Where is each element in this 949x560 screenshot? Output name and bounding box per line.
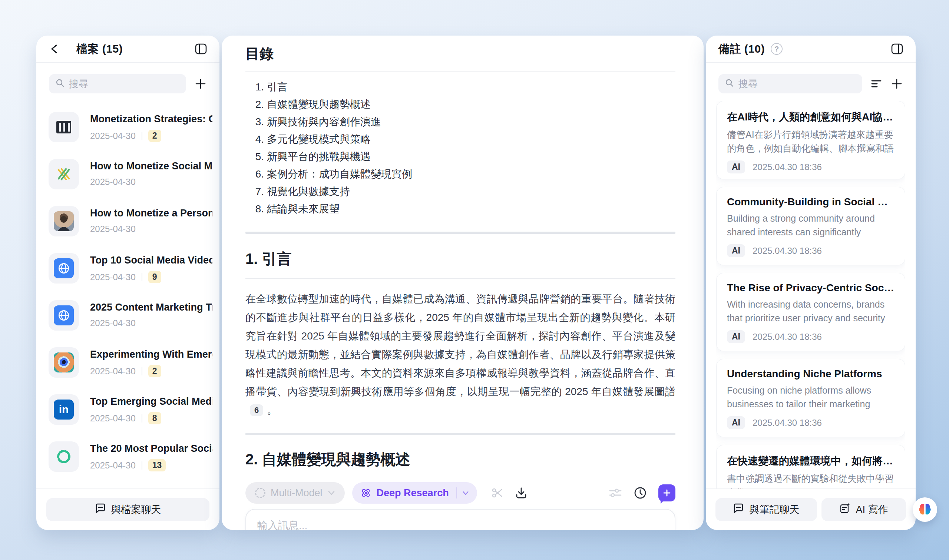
notes-search-row: [718, 74, 903, 93]
notes-search-box[interactable]: [718, 74, 862, 93]
note-count-badge: 8: [148, 412, 161, 425]
ai-badge: AI: [727, 160, 745, 174]
history-clock-icon[interactable]: [633, 486, 647, 500]
chat-with-notes-button[interactable]: 與筆記聊天: [715, 498, 817, 521]
note-title: Understanding Niche Platforms: [727, 368, 895, 380]
note-count-badge: 13: [148, 459, 166, 471]
help-icon[interactable]: ?: [771, 43, 783, 55]
document-panel: 目錄 引言 自媒體變現與趨勢概述 新興技術與內容創作演進 多元化變現模式與策略 …: [221, 35, 704, 530]
ai-brain-fab[interactable]: [913, 497, 937, 522]
collapse-sidebar-icon[interactable]: [891, 43, 903, 54]
ai-badge: AI: [727, 416, 745, 429]
note-card[interactable]: Community-Building in Social Media Build…: [716, 187, 905, 265]
atom-icon: [360, 488, 371, 498]
ring-icon: [49, 442, 79, 472]
section-divider: [245, 232, 675, 234]
file-title: Top Emerging Social Media ...: [90, 396, 212, 407]
file-date: 2025-04-30: [90, 318, 136, 328]
file-list: Monetization Strategies: G... 2025-04-30…: [49, 112, 213, 488]
file-item[interactable]: in Top Emerging Social Media ... 2025-04…: [49, 394, 213, 442]
back-arrow-icon[interactable]: [49, 43, 61, 55]
note-card[interactable]: The Rise of Privacy-Centric Social ... W…: [716, 273, 905, 351]
chat-bubble-icon: [95, 503, 106, 517]
x-logo-icon: [49, 159, 79, 189]
divider: [36, 488, 220, 489]
ai-badge: AI: [727, 330, 745, 343]
files-search-box[interactable]: [49, 74, 186, 93]
files-search-input[interactable]: [69, 78, 179, 90]
toc-item: 自媒體變現與趨勢概述: [267, 95, 675, 113]
note-timestamp: 2025.04.30 18:36: [752, 332, 822, 342]
note-count-badge: 9: [148, 271, 161, 283]
file-date: 2025-04-30: [90, 413, 136, 424]
files-search-row: [49, 74, 207, 93]
notes-search-input[interactable]: [738, 78, 855, 90]
toc-item: 案例分析：成功自媒體變現實例: [267, 165, 675, 183]
note-body: Focusing on niche platforms allows busin…: [727, 384, 895, 411]
message-placeholder: 輸入訊息...: [257, 518, 307, 530]
chevron-down-icon: [328, 490, 335, 495]
note-count-badge: 2: [148, 365, 161, 377]
divider: [142, 273, 142, 281]
eye-photo-icon: [49, 347, 79, 378]
file-item[interactable]: Experimenting With Emergi... 2025-04-30 …: [49, 347, 213, 394]
scissors-icon[interactable]: [491, 487, 504, 499]
divider: [142, 462, 142, 469]
note-card[interactable]: 在快速變遷的媒體環境中，如何將實... 書中強調透過不斷的實驗和從失敗中學習來掌…: [716, 445, 905, 488]
files-panel-title: 檔案 (15): [76, 42, 123, 57]
message-input[interactable]: 輸入訊息...: [245, 509, 675, 530]
ai-badge: AI: [727, 244, 745, 257]
file-item[interactable]: The 20 Most Popular Social ... 2025-04-3…: [49, 442, 213, 488]
sliders-icon[interactable]: [609, 487, 622, 499]
file-item[interactable]: Monetization Strategies: G... 2025-04-30…: [49, 112, 213, 159]
chat-with-files-button[interactable]: 與檔案聊天: [46, 498, 209, 521]
file-date: 2025-04-30: [90, 460, 136, 471]
collapse-sidebar-icon[interactable]: [195, 43, 207, 54]
toc-item: 引言: [267, 78, 675, 95]
note-title: Community-Building in Social Media: [727, 196, 895, 208]
toc-title: 目錄: [245, 41, 675, 72]
notes-panel-title: 備註 (10): [718, 42, 765, 57]
person-photo-icon: [49, 206, 79, 237]
paragraph-text: 在全球數位轉型加速的時代，自媒體已成為溝通、資訊傳遞與品牌營銷的重要平台。隨著技…: [245, 293, 675, 397]
deep-research-selector[interactable]: Deep Research: [352, 482, 477, 504]
note-body: Building a strong community around share…: [727, 212, 895, 239]
file-title: How to Monetize Social Me...: [90, 160, 212, 172]
toc-item: 新興平台的挑戰與機遇: [267, 148, 675, 165]
multi-model-selector[interactable]: Multi-Model: [245, 482, 345, 504]
file-date: 2025-04-30: [90, 177, 136, 187]
search-icon: [55, 78, 65, 89]
download-icon[interactable]: [515, 487, 528, 499]
file-item[interactable]: Top 10 Social Media Video ... 2025-04-30…: [49, 253, 213, 300]
add-note-icon[interactable]: [891, 77, 903, 90]
toc-item: 新興技術與內容創作演進: [267, 113, 675, 131]
globe-icon: [49, 253, 79, 283]
new-chat-plus-icon[interactable]: [658, 485, 675, 502]
add-file-icon[interactable]: [194, 77, 207, 90]
ai-writing-button[interactable]: AI 寫作: [821, 498, 906, 521]
document-pen-icon: [839, 503, 851, 517]
note-body: With increasing data concerns, brands th…: [727, 298, 895, 325]
note-card[interactable]: Understanding Niche Platforms Focusing o…: [716, 359, 905, 437]
citation-badge[interactable]: 6: [250, 405, 263, 416]
file-date: 2025-04-30: [90, 272, 136, 282]
file-item[interactable]: 2025 Content Marketing Tr... 2025-04-30: [49, 300, 213, 347]
note-timestamp: 2025.04.30 18:36: [752, 418, 822, 428]
filter-sort-icon[interactable]: [871, 78, 882, 89]
file-item[interactable]: How to Monetize a Persona... 2025-04-30: [49, 206, 213, 253]
file-item[interactable]: How to Monetize Social Me... 2025-04-30: [49, 159, 213, 206]
globe-icon: [49, 300, 79, 331]
note-body: 書中強調透過不斷的實驗和從失敗中學習來掌: [727, 472, 895, 488]
note-body: 儘管AI在影片行銷領域扮演著越來越重要的角色，例如自動化編輯、腳本撰寫和語音旁白…: [727, 128, 895, 155]
note-timestamp: 2025.04.30 18:36: [752, 162, 822, 172]
paragraph-end: 。: [267, 405, 277, 416]
chat-with-files-label: 與檔案聊天: [111, 503, 161, 516]
section-2-title: 2. 自媒體變現與趨勢概述: [245, 449, 675, 469]
note-title: 在AI時代，人類的創意如何與AI協作...: [727, 110, 895, 124]
file-title: The 20 Most Popular Social ...: [90, 443, 212, 454]
note-card[interactable]: 在AI時代，人類的創意如何與AI協作... 儘管AI在影片行銷領域扮演著越來越重…: [716, 101, 905, 179]
chat-with-notes-label: 與筆記聊天: [749, 503, 799, 516]
multi-model-label: Multi-Model: [271, 488, 323, 499]
chevron-down-icon: [462, 491, 469, 495]
divider: [456, 488, 457, 498]
